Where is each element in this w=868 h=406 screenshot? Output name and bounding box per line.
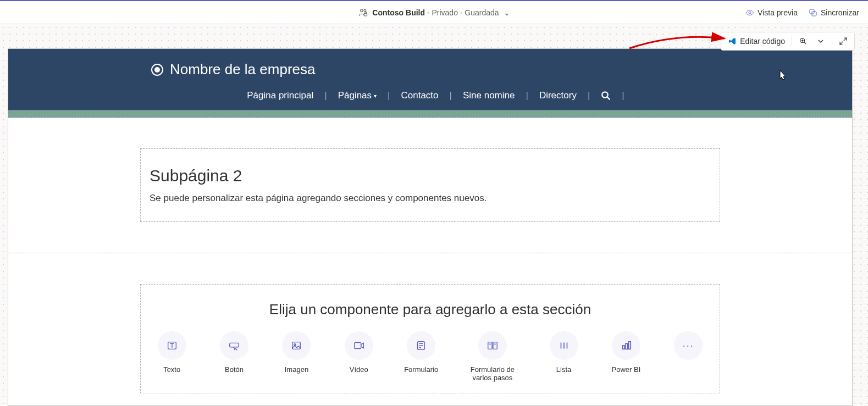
component-multistep-form[interactable]: Formulario de varios pasos [463,331,522,382]
search-icon [601,91,611,101]
svg-line-10 [844,38,847,41]
zoom-button[interactable] [795,35,811,48]
nav-directory[interactable]: Directory [528,90,588,101]
svg-rect-24 [493,342,497,349]
svg-rect-2 [364,13,367,16]
component-image[interactable]: Imagen [277,331,317,382]
multistep-form-icon [486,340,499,352]
site-brand[interactable]: Nombre de la empresa [8,61,852,78]
picker-title: Elija un componente para agregarlo a est… [152,301,709,318]
project-title-group[interactable]: Contoso Build - Privado - Guardada ⌄ [358,8,510,18]
component-button[interactable]: Botón [214,331,254,382]
people-lock-icon [358,8,368,18]
chevron-down-icon[interactable]: ⌄ [504,8,510,17]
page-title: Subpágina 2 [150,166,711,185]
site-header: Nombre de la empresa Página principal | … [8,49,852,110]
preview-button[interactable]: Vista previa [745,8,798,17]
svg-rect-30 [623,346,625,349]
cursor-pointer-icon [777,69,788,85]
caret-down-icon: ▾ [374,93,377,99]
svg-rect-15 [230,343,239,347]
nav-search[interactable] [590,91,622,101]
component-list[interactable]: Lista [544,331,584,382]
zoom-dropdown[interactable] [813,35,828,48]
page-subtitle: Se puede personalizar esta página agrega… [150,193,711,204]
expand-icon [839,37,848,46]
svg-rect-32 [629,342,631,349]
top-command-bar: Contoso Build - Privado - Guardada ⌄ Vis… [0,0,868,24]
image-icon [290,340,302,352]
text-icon [166,340,178,352]
site-preview-frame: Nombre de la empresa Página principal | … [8,48,853,406]
nav-contact[interactable]: Contacto [390,90,449,101]
component-form[interactable]: Formulario [401,331,441,382]
site-nav: Página principal | Páginas▾ | Contacto |… [8,78,852,110]
svg-line-11 [840,42,843,45]
project-name: Contoso Build [372,8,425,17]
canvas-toolbar: Editar código [721,32,855,51]
annotation-arrow [627,32,731,54]
svg-rect-16 [292,342,301,349]
title-section[interactable]: Subpágina 2 Se puede personalizar esta p… [140,148,720,222]
component-powerbi[interactable]: Power BI [606,331,646,382]
edit-code-button[interactable]: Editar código [725,35,788,48]
nav-pages[interactable]: Páginas▾ [327,90,388,101]
list-icon [558,340,570,352]
svg-point-0 [360,9,363,12]
svg-rect-23 [488,342,492,349]
design-canvas: Editar código Nombre de la empresa Págin… [0,24,868,406]
component-more[interactable]: ··· [668,331,709,382]
hero-strip[interactable] [8,110,852,118]
scrollbar[interactable] [852,49,853,405]
page-content: Subpágina 2 Se puede personalizar esta p… [8,118,852,406]
nav-sine-nomine[interactable]: Sine nomine [452,90,526,101]
svg-rect-31 [626,343,628,349]
svg-point-3 [749,12,751,14]
sync-icon [809,8,817,17]
brand-logo-icon [151,64,163,76]
video-icon [353,340,365,352]
nav-home[interactable]: Página principal [236,90,324,101]
svg-point-1 [363,9,366,12]
svg-line-7 [804,42,806,44]
svg-point-12 [602,92,609,98]
svg-line-13 [607,97,610,100]
component-text[interactable]: Texto [152,331,192,382]
chart-icon [620,340,632,352]
form-icon [415,340,427,352]
fullscreen-button[interactable] [836,35,851,48]
component-picker: Elija un componente para agregarlo a est… [140,284,720,393]
svg-rect-18 [355,343,361,349]
eye-icon [745,8,754,17]
sync-button[interactable]: Sincronizar [809,8,859,17]
ellipsis-icon: ··· [683,340,694,352]
button-icon [228,340,240,352]
component-video[interactable]: Vídeo [339,331,379,382]
chevron-down-icon [816,37,825,46]
zoom-icon [799,37,808,46]
section-divider [8,253,852,253]
project-status: - Privado - Guardada [427,8,499,17]
